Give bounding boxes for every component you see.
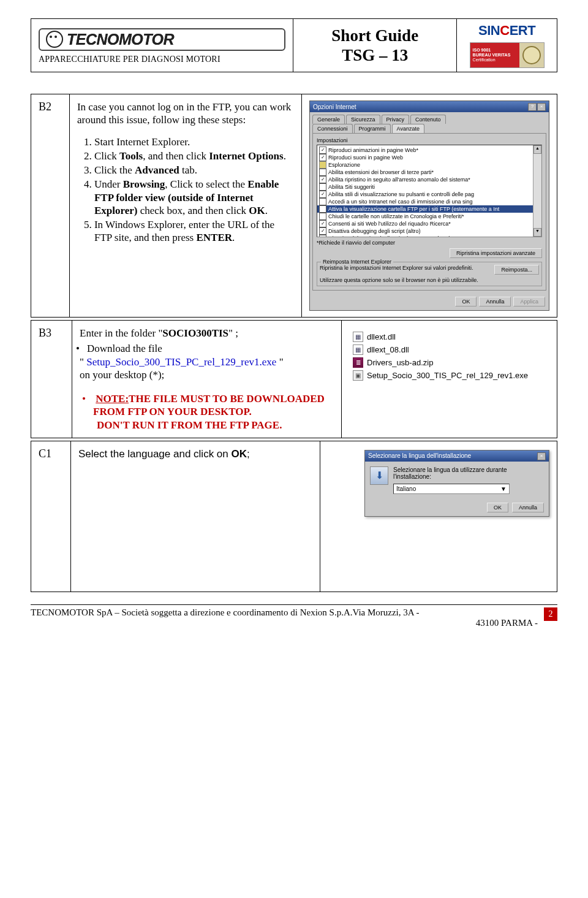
file-dll-icon: ▦ <box>353 332 363 342</box>
step-b2-label: B2 <box>31 94 70 318</box>
step-c1-text: Select the language and click on OK; <box>70 441 320 592</box>
logo-text: TECNOMOTOR <box>67 31 174 48</box>
ok-button[interactable]: OK <box>487 503 508 512</box>
checkbox[interactable]: ✓ <box>319 191 326 198</box>
checkbox[interactable] <box>319 198 326 205</box>
tab-privacy[interactable]: Privacy <box>382 115 410 124</box>
doc-title: Short GuideTSG – 13 <box>331 26 418 66</box>
close-icon[interactable]: × <box>537 103 546 111</box>
dialog-titlebar[interactable]: Selezionare la lingua dell'installazione… <box>365 451 549 462</box>
tabs-row-1: Generale Sicurezza Privacy Contenuto <box>310 112 549 124</box>
bv-seal-icon <box>522 46 541 64</box>
window-titlebar[interactable]: Opzioni Internet ?× <box>310 101 549 112</box>
header-left: TECNOMOTOR APPARECCHIATURE PER DIAGNOSI … <box>31 19 293 72</box>
cancel-button[interactable]: Annulla <box>479 297 511 306</box>
window-body: Impostazioni ✓Riproduci animazioni in pa… <box>312 133 546 291</box>
settings-listbox[interactable]: ✓Riproduci animazioni in pagine Web*✓Rip… <box>317 145 542 237</box>
checkbox[interactable] <box>319 213 326 220</box>
scroll-down-icon[interactable]: ▼ <box>533 228 541 237</box>
file-row[interactable]: ▣Setup_Socio_300_TIS_PC_rel_129_rev1.exe <box>353 369 546 382</box>
apply-button[interactable]: Applica <box>513 297 545 306</box>
cancel-button[interactable]: Annulla <box>512 503 544 512</box>
checkbox[interactable] <box>319 169 326 176</box>
window-footer: OK Annulla Applica <box>310 293 549 310</box>
help-icon[interactable]: ? <box>528 103 537 111</box>
step-b3-text: Enter in the folder "SOCIO300TIS" ; Down… <box>72 321 342 438</box>
list-item[interactable]: ✓Riproduci suoni in pagine Web <box>317 154 541 161</box>
list-item[interactable]: ✓Riproduci animazioni in pagine Web* <box>317 146 541 154</box>
checkbox[interactable]: ✓ <box>319 146 326 154</box>
list-item[interactable]: ✓Abilita stili di visualizzazione su pul… <box>317 191 541 198</box>
b2-step-2: Click Tools, and then click Internet Opt… <box>94 150 294 162</box>
file-row[interactable]: ▦dllext_08.dll <box>353 343 546 356</box>
list-item[interactable]: ✓Abilita ripristino in seguito all'arres… <box>317 176 541 183</box>
tab-connessioni[interactable]: Connessioni <box>312 124 353 133</box>
file-list: ▦dllext.dll▦dllext_08.dll≣Drivers_usb-ad… <box>349 327 549 386</box>
ok-button[interactable]: OK <box>455 297 477 306</box>
tecnomotor-logo: TECNOMOTOR <box>39 28 285 51</box>
chevron-down-icon[interactable]: ▼ <box>500 485 507 492</box>
file-dll-icon: ▦ <box>353 344 363 355</box>
file-row[interactable]: ▦dllext.dll <box>353 330 546 343</box>
tab-programmi[interactable]: Programmi <box>354 124 391 133</box>
footer-rule <box>31 604 557 605</box>
page-root: TECNOMOTOR APPARECCHIATURE PER DIAGNOSI … <box>0 0 588 641</box>
step-c1-label: C1 <box>31 441 71 592</box>
list-item[interactable]: ✓Disattiva debugging degli script (altro… <box>317 227 541 235</box>
bureau-veritas-badge: ISO 9001 BUREAU VERITAS Certification <box>470 42 545 68</box>
internet-options-window: Opzioni Internet ?× Generale Sicurezza P… <box>309 101 549 311</box>
b3-download-bullet: Download the file <box>87 342 334 355</box>
list-item[interactable]: Esplorazione <box>317 161 541 169</box>
reset-ie-group: Reimposta Internet Explorer Ripristina l… <box>317 262 542 286</box>
file-zip-icon: ≣ <box>353 357 363 368</box>
settings-group-label: Impostazioni <box>317 137 542 143</box>
list-item[interactable]: ✓Attiva la visualizzazione cartella FTP … <box>317 205 541 213</box>
checkbox[interactable]: ✓ <box>319 235 326 237</box>
b2-step-4: Under Browsing, Click to select the Enab… <box>94 178 294 217</box>
tab-avanzate[interactable]: Avanzate <box>392 124 424 133</box>
folder-icon <box>319 161 326 169</box>
list-item[interactable]: ✓Disattiva debugging degli script (Inter… <box>317 235 541 237</box>
list-item[interactable]: Accedi a un sito Intranet nel caso di im… <box>317 198 541 205</box>
list-item[interactable]: Chiudi le cartelle non utilizzate in Cro… <box>317 213 541 220</box>
checkbox[interactable]: ✓ <box>319 154 326 161</box>
language-dialog: Selezionare la lingua dell'installazione… <box>364 450 549 517</box>
logo-subtitle: APPARECCHIATURE PER DIAGNOSI MOTORI <box>39 55 285 64</box>
scrollbar[interactable]: ▲▼ <box>533 145 541 237</box>
checkbox[interactable]: ✓ <box>319 220 326 227</box>
restore-advanced-button[interactable]: Ripristina impostazioni avanzate <box>450 248 542 258</box>
tab-sicurezza[interactable]: Sicurezza <box>346 115 380 124</box>
language-select[interactable]: Italiano▼ <box>393 484 510 494</box>
checkbox[interactable]: ✓ <box>319 227 326 235</box>
page-number: 2 <box>544 607 557 621</box>
setup-filename: Setup_Socio_300_TIS_PC_rel_129_rev1.exe <box>86 356 276 368</box>
logo-face-icon <box>46 31 63 48</box>
b2-step-5: In Windows Explorer, enter the URL of th… <box>94 218 294 245</box>
step-b3-image: ▦dllext.dll▦dllext_08.dll≣Drivers_usb-ad… <box>342 321 557 438</box>
scroll-up-icon[interactable]: ▲ <box>533 145 541 154</box>
footer-text: TECNOMOTOR SpA – Società soggetta a dire… <box>31 607 540 628</box>
checkbox[interactable] <box>319 183 326 191</box>
restart-note: *Richiede il riavvio del computer <box>317 240 542 246</box>
checkbox[interactable]: ✓ <box>319 205 326 213</box>
close-icon[interactable]: × <box>537 452 546 460</box>
sincert-logo: SINCERT <box>478 23 535 39</box>
list-item[interactable]: Abilita estensioni dei browser di terze … <box>317 169 541 176</box>
tab-generale[interactable]: Generale <box>312 115 345 124</box>
checkbox[interactable]: ✓ <box>319 176 326 183</box>
header-right: SINCERT ISO 9001 BUREAU VERITAS Certific… <box>457 19 557 72</box>
dialog-text: Selezionare la lingua da utilizzare dura… <box>393 466 544 480</box>
step-b2-table: B2 In case you cannot log on in the FTP,… <box>31 94 557 318</box>
b2-steps-list: Start Internet Explorer. Click Tools, an… <box>77 135 294 245</box>
b3-note: NOTE:THE FILE MUST TO BE DOWNLOADED FROM… <box>80 392 334 432</box>
b2-step-3: Click the Advanced tab. <box>94 164 294 177</box>
tab-contenuto[interactable]: Contenuto <box>410 115 446 124</box>
list-item[interactable]: Abilita Siti suggeriti <box>317 183 541 191</box>
file-row[interactable]: ≣Drivers_usb-ad.zip <box>353 356 546 369</box>
list-item[interactable]: ✓Consenti ai siti Web l'utilizzo del riq… <box>317 220 541 227</box>
step-b3-table: B3 Enter in the folder "SOCIO300TIS" ; D… <box>31 320 557 438</box>
page-footer: TECNOMOTOR SpA – Società soggetta a dire… <box>31 607 557 628</box>
document-header: TECNOMOTOR APPARECCHIATURE PER DIAGNOSI … <box>31 18 557 72</box>
reset-button[interactable]: Reimposta... <box>494 265 539 275</box>
b2-step-1: Start Internet Explorer. <box>94 135 294 148</box>
